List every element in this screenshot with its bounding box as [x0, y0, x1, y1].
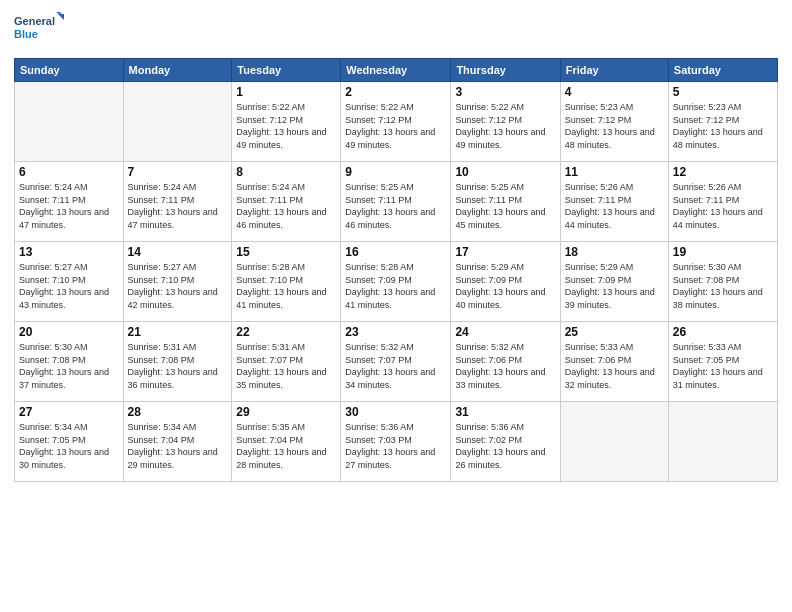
calendar-cell: 21Sunrise: 5:31 AM Sunset: 7:08 PM Dayli… [123, 322, 232, 402]
day-number: 24 [455, 325, 555, 339]
day-number: 17 [455, 245, 555, 259]
calendar-cell: 29Sunrise: 5:35 AM Sunset: 7:04 PM Dayli… [232, 402, 341, 482]
day-number: 23 [345, 325, 446, 339]
calendar-cell: 27Sunrise: 5:34 AM Sunset: 7:05 PM Dayli… [15, 402, 124, 482]
calendar-cell: 10Sunrise: 5:25 AM Sunset: 7:11 PM Dayli… [451, 162, 560, 242]
day-info: Sunrise: 5:27 AM Sunset: 7:10 PM Dayligh… [128, 261, 228, 311]
calendar-cell: 4Sunrise: 5:23 AM Sunset: 7:12 PM Daylig… [560, 82, 668, 162]
day-info: Sunrise: 5:32 AM Sunset: 7:06 PM Dayligh… [455, 341, 555, 391]
day-info: Sunrise: 5:22 AM Sunset: 7:12 PM Dayligh… [455, 101, 555, 151]
day-info: Sunrise: 5:24 AM Sunset: 7:11 PM Dayligh… [236, 181, 336, 231]
day-info: Sunrise: 5:28 AM Sunset: 7:09 PM Dayligh… [345, 261, 446, 311]
day-number: 10 [455, 165, 555, 179]
day-number: 31 [455, 405, 555, 419]
calendar-header-tuesday: Tuesday [232, 59, 341, 82]
calendar-cell: 14Sunrise: 5:27 AM Sunset: 7:10 PM Dayli… [123, 242, 232, 322]
calendar-cell: 15Sunrise: 5:28 AM Sunset: 7:10 PM Dayli… [232, 242, 341, 322]
calendar-cell: 26Sunrise: 5:33 AM Sunset: 7:05 PM Dayli… [668, 322, 777, 402]
day-number: 29 [236, 405, 336, 419]
calendar-cell: 11Sunrise: 5:26 AM Sunset: 7:11 PM Dayli… [560, 162, 668, 242]
day-number: 22 [236, 325, 336, 339]
logo: General Blue [14, 10, 64, 50]
calendar-week-3: 13Sunrise: 5:27 AM Sunset: 7:10 PM Dayli… [15, 242, 778, 322]
day-info: Sunrise: 5:30 AM Sunset: 7:08 PM Dayligh… [19, 341, 119, 391]
calendar-cell: 31Sunrise: 5:36 AM Sunset: 7:02 PM Dayli… [451, 402, 560, 482]
day-number: 3 [455, 85, 555, 99]
day-info: Sunrise: 5:31 AM Sunset: 7:08 PM Dayligh… [128, 341, 228, 391]
day-number: 20 [19, 325, 119, 339]
calendar-cell: 19Sunrise: 5:30 AM Sunset: 7:08 PM Dayli… [668, 242, 777, 322]
day-number: 26 [673, 325, 773, 339]
day-info: Sunrise: 5:32 AM Sunset: 7:07 PM Dayligh… [345, 341, 446, 391]
day-info: Sunrise: 5:26 AM Sunset: 7:11 PM Dayligh… [673, 181, 773, 231]
day-number: 27 [19, 405, 119, 419]
svg-text:General: General [14, 15, 55, 27]
day-info: Sunrise: 5:25 AM Sunset: 7:11 PM Dayligh… [455, 181, 555, 231]
calendar-header-saturday: Saturday [668, 59, 777, 82]
calendar-cell: 7Sunrise: 5:24 AM Sunset: 7:11 PM Daylig… [123, 162, 232, 242]
day-number: 4 [565, 85, 664, 99]
day-info: Sunrise: 5:24 AM Sunset: 7:11 PM Dayligh… [19, 181, 119, 231]
calendar-cell [668, 402, 777, 482]
calendar-table: SundayMondayTuesdayWednesdayThursdayFrid… [14, 58, 778, 482]
day-info: Sunrise: 5:34 AM Sunset: 7:04 PM Dayligh… [128, 421, 228, 471]
calendar-cell: 22Sunrise: 5:31 AM Sunset: 7:07 PM Dayli… [232, 322, 341, 402]
calendar-header-friday: Friday [560, 59, 668, 82]
calendar-cell: 18Sunrise: 5:29 AM Sunset: 7:09 PM Dayli… [560, 242, 668, 322]
day-number: 8 [236, 165, 336, 179]
day-number: 18 [565, 245, 664, 259]
calendar-cell: 24Sunrise: 5:32 AM Sunset: 7:06 PM Dayli… [451, 322, 560, 402]
day-number: 9 [345, 165, 446, 179]
calendar-week-4: 20Sunrise: 5:30 AM Sunset: 7:08 PM Dayli… [15, 322, 778, 402]
day-number: 19 [673, 245, 773, 259]
calendar-cell: 17Sunrise: 5:29 AM Sunset: 7:09 PM Dayli… [451, 242, 560, 322]
calendar-cell: 9Sunrise: 5:25 AM Sunset: 7:11 PM Daylig… [341, 162, 451, 242]
calendar-cell: 1Sunrise: 5:22 AM Sunset: 7:12 PM Daylig… [232, 82, 341, 162]
day-info: Sunrise: 5:33 AM Sunset: 7:05 PM Dayligh… [673, 341, 773, 391]
calendar-week-2: 6Sunrise: 5:24 AM Sunset: 7:11 PM Daylig… [15, 162, 778, 242]
day-number: 6 [19, 165, 119, 179]
day-info: Sunrise: 5:31 AM Sunset: 7:07 PM Dayligh… [236, 341, 336, 391]
calendar-cell: 8Sunrise: 5:24 AM Sunset: 7:11 PM Daylig… [232, 162, 341, 242]
day-info: Sunrise: 5:25 AM Sunset: 7:11 PM Dayligh… [345, 181, 446, 231]
svg-text:Blue: Blue [14, 28, 38, 40]
day-number: 5 [673, 85, 773, 99]
calendar-header-row: SundayMondayTuesdayWednesdayThursdayFrid… [15, 59, 778, 82]
svg-marker-3 [58, 14, 64, 20]
day-number: 25 [565, 325, 664, 339]
day-info: Sunrise: 5:27 AM Sunset: 7:10 PM Dayligh… [19, 261, 119, 311]
day-number: 14 [128, 245, 228, 259]
calendar-header-wednesday: Wednesday [341, 59, 451, 82]
day-info: Sunrise: 5:23 AM Sunset: 7:12 PM Dayligh… [673, 101, 773, 151]
day-number: 12 [673, 165, 773, 179]
day-number: 15 [236, 245, 336, 259]
calendar-cell: 2Sunrise: 5:22 AM Sunset: 7:12 PM Daylig… [341, 82, 451, 162]
day-info: Sunrise: 5:22 AM Sunset: 7:12 PM Dayligh… [236, 101, 336, 151]
day-info: Sunrise: 5:36 AM Sunset: 7:03 PM Dayligh… [345, 421, 446, 471]
day-info: Sunrise: 5:24 AM Sunset: 7:11 PM Dayligh… [128, 181, 228, 231]
day-number: 28 [128, 405, 228, 419]
day-number: 30 [345, 405, 446, 419]
day-number: 13 [19, 245, 119, 259]
calendar-header-thursday: Thursday [451, 59, 560, 82]
day-info: Sunrise: 5:34 AM Sunset: 7:05 PM Dayligh… [19, 421, 119, 471]
calendar-cell: 30Sunrise: 5:36 AM Sunset: 7:03 PM Dayli… [341, 402, 451, 482]
calendar-header-sunday: Sunday [15, 59, 124, 82]
calendar-cell: 5Sunrise: 5:23 AM Sunset: 7:12 PM Daylig… [668, 82, 777, 162]
calendar-cell: 25Sunrise: 5:33 AM Sunset: 7:06 PM Dayli… [560, 322, 668, 402]
day-info: Sunrise: 5:30 AM Sunset: 7:08 PM Dayligh… [673, 261, 773, 311]
calendar-cell: 3Sunrise: 5:22 AM Sunset: 7:12 PM Daylig… [451, 82, 560, 162]
day-number: 1 [236, 85, 336, 99]
day-number: 11 [565, 165, 664, 179]
calendar-cell: 28Sunrise: 5:34 AM Sunset: 7:04 PM Dayli… [123, 402, 232, 482]
day-info: Sunrise: 5:26 AM Sunset: 7:11 PM Dayligh… [565, 181, 664, 231]
day-number: 16 [345, 245, 446, 259]
day-number: 21 [128, 325, 228, 339]
calendar-header-monday: Monday [123, 59, 232, 82]
day-info: Sunrise: 5:29 AM Sunset: 7:09 PM Dayligh… [565, 261, 664, 311]
calendar-cell: 16Sunrise: 5:28 AM Sunset: 7:09 PM Dayli… [341, 242, 451, 322]
day-info: Sunrise: 5:29 AM Sunset: 7:09 PM Dayligh… [455, 261, 555, 311]
calendar-cell: 23Sunrise: 5:32 AM Sunset: 7:07 PM Dayli… [341, 322, 451, 402]
day-number: 2 [345, 85, 446, 99]
day-number: 7 [128, 165, 228, 179]
